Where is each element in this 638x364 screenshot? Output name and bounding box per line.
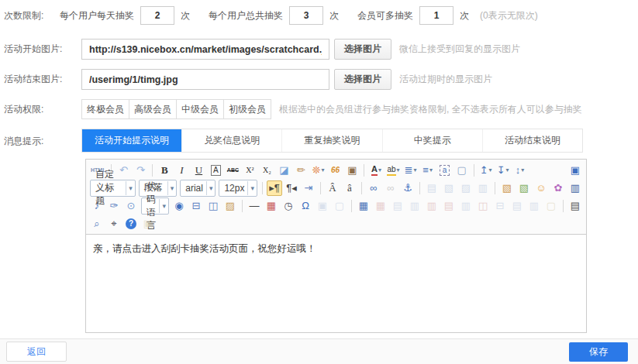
anchor-icon[interactable]: ⚓	[400, 180, 416, 196]
delete-row-icon: ▤	[441, 198, 457, 214]
unordered-list-icon[interactable]: ≡▾	[420, 163, 436, 178]
strikethrough-icon[interactable]: ABC	[225, 163, 240, 178]
chevron-down-icon: ▾	[489, 167, 492, 173]
select-all-icon[interactable]: a	[437, 163, 453, 178]
rtl-icon[interactable]: ¶◂	[284, 180, 299, 196]
insert-code-icon[interactable]: ◉	[171, 198, 187, 214]
toolbar-separator	[364, 164, 364, 177]
custom-style-select[interactable]: 自定义标题▾	[90, 180, 136, 197]
ordered-list-icon[interactable]: ≣▾	[403, 163, 419, 178]
insert-col-icon: ▥	[424, 198, 440, 214]
paste-icon: ▣	[140, 216, 156, 232]
member-option-button[interactable]: 中级会员	[176, 99, 224, 119]
paragraph-spacing-top-icon[interactable]: ↥▾	[478, 163, 494, 178]
insert-table-icon[interactable]: ▦	[356, 198, 371, 214]
message-tab[interactable]: 重复抽奖说明	[281, 129, 381, 152]
horizontal-rule-icon[interactable]: —	[247, 198, 262, 214]
back-color-icon[interactable]: ab▾	[385, 163, 401, 178]
member-option-button[interactable]: 初级会员	[223, 99, 271, 119]
chevron-down-icon: ▾	[167, 181, 177, 195]
back-button[interactable]: 返回	[6, 342, 67, 362]
toolbar-separator	[242, 200, 243, 212]
date-icon[interactable]: ▦	[264, 198, 279, 214]
chevron-down-icon: ▾	[397, 167, 400, 173]
find-replace-icon[interactable]: ⌖	[106, 216, 122, 232]
paragraph-spacing-bottom-icon[interactable]: ↧▾	[495, 163, 511, 178]
auto-typeset-icon[interactable]: ❊▾	[310, 163, 326, 178]
code-language-select[interactable]: 代码语言▾	[141, 197, 169, 215]
per-day-label: 每个用户每天抽奖	[60, 9, 134, 22]
split-cols-icon: ▥	[526, 198, 542, 214]
italic-icon[interactable]: I	[174, 163, 189, 178]
start-image-input[interactable]	[81, 39, 329, 60]
member-option-button[interactable]: 终极会员	[81, 99, 129, 119]
emotion-icon[interactable]: ☺	[533, 180, 549, 196]
editor-content[interactable]: 亲，请点击进入刮刮卡抽奖活动页面，祝您好运哦！	[86, 235, 586, 332]
search-icon[interactable]: ⌕	[89, 216, 105, 232]
redo-icon[interactable]: ↷	[133, 163, 148, 178]
line-height-icon[interactable]: ↕▾	[512, 163, 528, 178]
member-extra-input[interactable]	[419, 6, 453, 25]
font-size-select[interactable]: 12px▾	[219, 180, 257, 197]
upload-image-icon[interactable]: ▧	[516, 180, 532, 196]
image-none-icon: ▤	[424, 180, 440, 196]
snapshot-icon[interactable]: ▨	[222, 198, 238, 214]
message-tab[interactable]: 活动结束说明	[482, 129, 582, 152]
chevron-down-icon: ▾	[321, 167, 324, 173]
message-label: 消息提示:	[4, 129, 81, 148]
blockquote-icon[interactable]: 66	[327, 163, 343, 178]
help-icon[interactable]: ?	[123, 216, 139, 232]
columns-icon[interactable]: ◫	[205, 198, 221, 214]
end-image-pick-button[interactable]: 选择图片	[334, 69, 391, 90]
permission-label: 活动权限:	[4, 103, 81, 116]
underline-icon[interactable]: U	[191, 163, 206, 178]
superscript-icon[interactable]: X²	[242, 163, 257, 178]
link-icon[interactable]: ∞	[366, 180, 381, 196]
word-image-icon: ▣	[315, 198, 330, 214]
insert-video-icon[interactable]: ▥	[567, 180, 583, 196]
scrawl-icon[interactable]: ✿	[550, 180, 566, 196]
limit-label: 次数限制:	[4, 9, 60, 22]
remove-format-icon[interactable]: ◪	[276, 163, 291, 178]
permission-row: 活动权限: 终极会员高级会员中级会员初级会员 根据选中的会员组进行参与抽奖资格限…	[4, 99, 638, 119]
to-lowercase-icon[interactable]: â	[342, 180, 357, 196]
message-tab[interactable]: 活动开始提示说明	[82, 129, 181, 152]
per-day-input[interactable]	[140, 6, 174, 25]
paste-plain-icon[interactable]: ▣	[344, 163, 360, 178]
attachment-icon[interactable]: ✑	[106, 198, 122, 214]
pagebreak-icon[interactable]: ⊟	[188, 198, 204, 214]
toolbar-separator	[361, 182, 362, 194]
toolbar-separator	[495, 182, 495, 194]
time-icon[interactable]: ◷	[281, 198, 296, 214]
print-icon[interactable]: ▤	[567, 198, 583, 214]
toolbar-separator	[419, 182, 420, 194]
message-tab[interactable]: 兑奖信息说明	[181, 129, 281, 152]
member-option-button[interactable]: 高级会员	[129, 99, 177, 119]
end-image-input[interactable]	[81, 69, 329, 90]
paragraph-select[interactable]: 段落▾	[139, 180, 177, 197]
subscript-icon[interactable]: X₂	[259, 163, 274, 178]
footer-bar: 返回 保存	[0, 338, 638, 364]
message-row: 消息提示: 活动开始提示说明兑奖信息说明重复抽奖说明中奖提示活动结束说明	[4, 129, 638, 153]
fullscreen-icon[interactable]: ▣	[567, 163, 583, 178]
message-tab[interactable]: 中奖提示	[382, 129, 482, 152]
save-button[interactable]: 保存	[569, 342, 628, 362]
font-color-icon[interactable]: A▾	[368, 163, 384, 178]
toolbar-separator	[262, 182, 263, 194]
insert-image-icon[interactable]: ▧	[499, 180, 515, 196]
format-painter-icon[interactable]: ✏	[293, 163, 309, 178]
limit-row: 次数限制: 每个用户每天抽奖 次 每个用户总共抽奖 次 会员可多抽奖 次 (0表…	[4, 0, 638, 25]
clear-doc-icon[interactable]: ▢	[454, 163, 470, 178]
font-border-icon[interactable]: A	[208, 163, 223, 178]
music-icon[interactable]: ♪	[89, 198, 105, 214]
font-family-select[interactable]: arial▾	[180, 180, 216, 197]
map-icon[interactable]: ⊙	[123, 198, 139, 214]
special-char-icon[interactable]: Ω	[298, 198, 313, 214]
indent-icon[interactable]: ⇥	[301, 180, 316, 196]
toolbar-separator	[474, 164, 474, 177]
bold-icon[interactable]: B	[157, 163, 172, 178]
ltr-icon[interactable]: ▸¶	[267, 180, 282, 196]
to-uppercase-icon[interactable]: Â	[325, 180, 340, 196]
total-input[interactable]	[289, 6, 323, 25]
start-image-pick-button[interactable]: 选择图片	[334, 39, 391, 60]
